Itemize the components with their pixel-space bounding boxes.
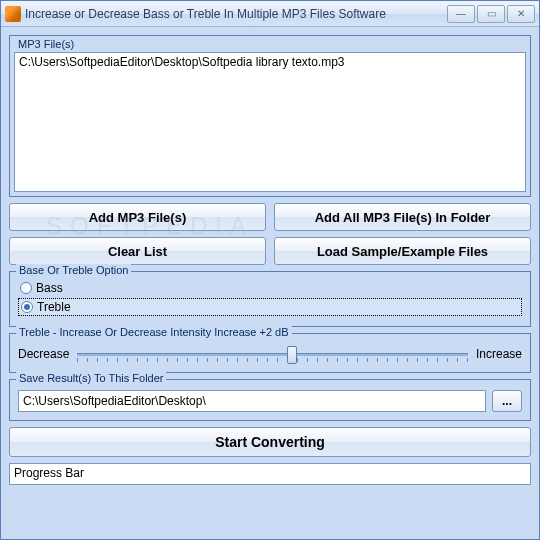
save-group: Save Result(s) To This Folder ... bbox=[9, 379, 531, 421]
start-converting-button[interactable]: Start Converting bbox=[9, 427, 531, 457]
list-item[interactable]: C:\Users\SoftpediaEditor\Desktop\Softped… bbox=[19, 55, 521, 69]
radio-treble[interactable]: Treble bbox=[18, 298, 522, 316]
slider-rail bbox=[77, 353, 468, 356]
intensity-legend: Treble - Increase Or Decrease Intensity … bbox=[16, 326, 292, 338]
close-icon: ✕ bbox=[517, 8, 525, 19]
button-row-2: Clear List Load Sample/Example Files bbox=[9, 237, 531, 265]
window-controls: — ▭ ✕ bbox=[445, 5, 535, 23]
maximize-button[interactable]: ▭ bbox=[477, 5, 505, 23]
progress-label: Progress Bar bbox=[14, 466, 84, 480]
slider-row: Decrease Increase bbox=[18, 340, 522, 364]
radio-label: Treble bbox=[37, 300, 71, 314]
option-legend: Base Or Treble Option bbox=[16, 264, 131, 276]
increase-label: Increase bbox=[476, 347, 522, 361]
save-row: ... bbox=[18, 386, 522, 412]
app-window: Increase or Decrease Bass or Treble In M… bbox=[0, 0, 540, 540]
load-sample-button[interactable]: Load Sample/Example Files bbox=[274, 237, 531, 265]
window-title: Increase or Decrease Bass or Treble In M… bbox=[25, 7, 445, 21]
titlebar: Increase or Decrease Bass or Treble In M… bbox=[1, 1, 539, 27]
button-row-1: Add MP3 File(s) Add All MP3 File(s) In F… bbox=[9, 203, 531, 231]
progress-bar: Progress Bar bbox=[9, 463, 531, 485]
radio-circle-icon bbox=[21, 301, 33, 313]
minimize-button[interactable]: — bbox=[447, 5, 475, 23]
filelist-legend: MP3 File(s) bbox=[18, 38, 530, 50]
client-area: SOFTPEDIA MP3 File(s) C:\Users\Softpedia… bbox=[1, 27, 539, 539]
app-icon bbox=[5, 6, 21, 22]
add-folder-button[interactable]: Add All MP3 File(s) In Folder bbox=[274, 203, 531, 231]
browse-button[interactable]: ... bbox=[492, 390, 522, 412]
decrease-label: Decrease bbox=[18, 347, 69, 361]
minimize-icon: — bbox=[456, 8, 466, 19]
add-files-button[interactable]: Add MP3 File(s) bbox=[9, 203, 266, 231]
save-legend: Save Result(s) To This Folder bbox=[16, 372, 166, 384]
intensity-group: Treble - Increase Or Decrease Intensity … bbox=[9, 333, 531, 373]
radio-bass[interactable]: Bass bbox=[18, 280, 522, 296]
radio-label: Bass bbox=[36, 281, 63, 295]
option-group: Base Or Treble Option Bass Treble bbox=[9, 271, 531, 327]
slider-ticks bbox=[77, 358, 468, 362]
slider-thumb[interactable] bbox=[287, 346, 297, 364]
radio-circle-icon bbox=[20, 282, 32, 294]
maximize-icon: ▭ bbox=[487, 8, 496, 19]
save-path-input[interactable] bbox=[18, 390, 486, 412]
clear-list-button[interactable]: Clear List bbox=[9, 237, 266, 265]
close-button[interactable]: ✕ bbox=[507, 5, 535, 23]
intensity-slider[interactable] bbox=[77, 344, 468, 364]
filelist-group: MP3 File(s) C:\Users\SoftpediaEditor\Des… bbox=[9, 35, 531, 197]
filelist-box[interactable]: C:\Users\SoftpediaEditor\Desktop\Softped… bbox=[14, 52, 526, 192]
